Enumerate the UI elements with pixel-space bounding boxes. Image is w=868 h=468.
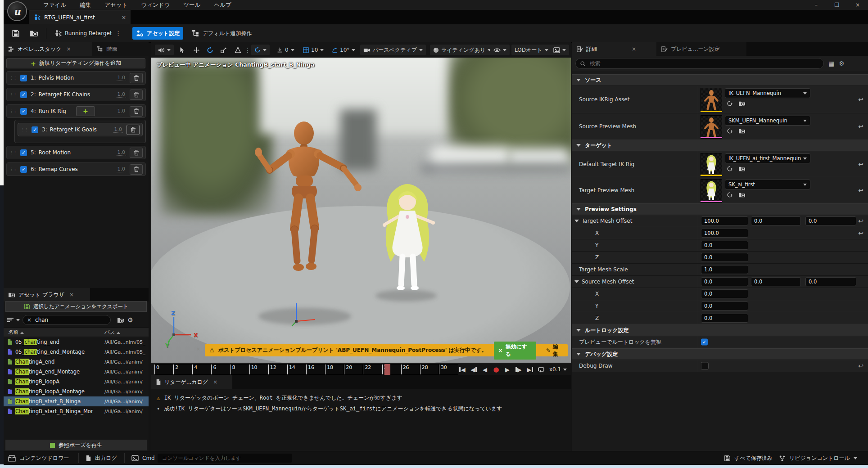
go-to-start-button[interactable]: ◀ [457, 364, 467, 375]
delete-op-button[interactable] [130, 90, 143, 100]
tab-details[interactable]: 詳細 × [572, 42, 656, 56]
reset-icon[interactable]: ↩ [858, 123, 863, 130]
delete-op-button[interactable] [130, 73, 143, 83]
target-ikrig-dropdown[interactable]: IK_UEFN_ai_first_Mannequin [725, 153, 810, 163]
coordinate-space-button[interactable] [231, 45, 244, 55]
running-retarget-button[interactable]: Running Retarget ⋮ [50, 27, 125, 40]
collapse-icon[interactable] [574, 280, 579, 283]
gear-icon[interactable]: ⚙ [127, 316, 133, 324]
details-search-box[interactable] [575, 58, 824, 69]
browse-to-asset-icon[interactable] [738, 166, 746, 172]
asset-browser-tab-close-icon[interactable]: × [69, 292, 74, 298]
show-flags-button[interactable] [490, 45, 510, 55]
op-row-retarget-fk-chains[interactable]: ⋮⋮ ✓ 2: Retarget FK Chains 1.0 [6, 88, 146, 101]
log-tab-close-icon[interactable]: × [213, 379, 217, 385]
op-checkbox[interactable]: ✓ [20, 149, 27, 156]
minimize-button[interactable]: – [806, 0, 827, 10]
lit-mode-button[interactable]: ライティングあり [430, 45, 494, 55]
menu-tools[interactable]: ツール [183, 1, 200, 9]
grid-snap-button[interactable]: 10 [300, 45, 327, 55]
log-info-line[interactable]: • 成功!IK リターゲターはソースSKM_UEFN_Mannequinからター… [157, 405, 502, 413]
surface-snapping-button[interactable] [251, 45, 270, 55]
op-row-pelvis-motion[interactable]: ⋮⋮ ✓ 1: Pelvis Motion 1.0 [6, 71, 146, 85]
browse-to-asset-icon[interactable] [738, 128, 746, 134]
tab-preview-scene-settings[interactable]: プレビュ...ーン設定 [656, 42, 746, 56]
tab-op-stack[interactable]: オペレ...スタック × [4, 42, 92, 56]
add-child-op-button[interactable]: + [76, 106, 95, 116]
op-weight[interactable]: 1.0 [117, 149, 127, 156]
op-checkbox[interactable]: ✓ [20, 108, 27, 115]
reset-icon[interactable]: ↩ [858, 230, 863, 237]
source-mannequin-character[interactable] [250, 95, 367, 320]
drag-handle-icon[interactable]: ⋮⋮ [9, 167, 17, 171]
mesh-thumbnail[interactable] [701, 115, 722, 139]
asset-settings-button[interactable]: アセット設定 [132, 27, 183, 40]
filter-icon[interactable] [7, 318, 14, 322]
op-checkbox[interactable]: ✓ [32, 126, 38, 133]
source-mesh-dropdown[interactable]: SKM_UEFN_Mannequin [725, 116, 810, 126]
tab-retarget-log[interactable]: リターゲ...カログ × [151, 375, 232, 389]
asset-row[interactable]: 05_chanting_end_Montage /All/Ga...nim/05… [4, 347, 149, 357]
details-tab-close-icon[interactable]: × [632, 46, 636, 52]
log-warning-line[interactable]: ⚠ IK リターゲッタのボーン チェーン、Root を正規化できませんでした。チ… [157, 394, 402, 402]
asset-row[interactable]: ChantingA_end /All/Ga...i/anim/ [4, 357, 149, 367]
op-weight[interactable]: 1.0 [117, 166, 127, 172]
default-chain-ops-button[interactable]: デフォルト追加操作 [188, 27, 255, 40]
character-root-gizmo[interactable] [286, 301, 318, 328]
select-tool-button[interactable] [176, 45, 188, 55]
kebab-menu-icon[interactable]: ⋮ [115, 30, 122, 37]
reset-icon[interactable]: ↩ [858, 362, 863, 369]
section-source[interactable]: ソース [572, 74, 868, 86]
op-row-run-ik-rig[interactable]: ⋮⋮ ✓ 4: Run IK Rig + 1.0 [6, 104, 146, 118]
details-search-input[interactable] [589, 60, 807, 67]
y-field[interactable] [701, 241, 748, 250]
x-field[interactable] [701, 229, 748, 238]
op-stack-tab-close-icon[interactable]: × [66, 46, 71, 52]
delete-op-button[interactable] [130, 164, 143, 175]
reset-icon[interactable]: ↩ [858, 161, 863, 168]
disable-postprocess-button[interactable]: × 無効にする [494, 342, 536, 360]
asset-search-box[interactable]: × [23, 315, 111, 325]
menu-edit[interactable]: 編集 [80, 1, 91, 9]
menu-file[interactable]: ファイル [43, 1, 66, 9]
asset-row[interactable]: ChantingB_start_B_Ninga_Mor /All/Ga...i/… [4, 406, 149, 416]
op-row-remap-curves[interactable]: ⋮⋮ ✓ 6: Remap Curves 1.0 [6, 162, 146, 176]
rotate-tool-button[interactable] [203, 45, 217, 55]
export-animations-button[interactable]: 選択したアニメーションをエクスポート [5, 301, 147, 312]
reset-icon[interactable]: ↩ [858, 217, 863, 225]
section-root-lock[interactable]: ルートロック設定 [572, 324, 868, 336]
delete-op-button[interactable] [130, 148, 143, 158]
drag-handle-icon[interactable]: ⋮⋮ [9, 109, 17, 113]
op-weight[interactable]: 1.0 [117, 108, 127, 114]
console-command-input-box[interactable] [158, 454, 292, 463]
maximize-button[interactable]: ❐ [827, 0, 847, 10]
reset-icon[interactable]: ↩ [858, 96, 863, 103]
viewport[interactable]: ⋮ 0 10 10° パースペクティブ [151, 42, 571, 451]
scale-tool-button[interactable] [217, 45, 230, 55]
translate-tool-button[interactable] [190, 45, 203, 55]
timeline-ruler[interactable]: 0 2 4 6 8 10 12 14 16 18 20 22 24 26 28 … [154, 364, 458, 375]
console-input[interactable] [161, 454, 288, 462]
close-button[interactable]: × [847, 0, 868, 10]
x-field[interactable] [701, 289, 748, 298]
debug-draw-checkbox[interactable] [701, 362, 709, 370]
drag-handle-icon[interactable]: ⋮⋮ [9, 150, 17, 155]
offset-y-field[interactable] [751, 277, 801, 286]
play-reference-pose-button[interactable]: 参照ポーズを再生 [5, 440, 147, 450]
rotation-snap-button[interactable]: 10° [329, 45, 358, 55]
perspective-button[interactable]: パースペクティブ [360, 45, 426, 55]
menu-asset[interactable]: アセット [104, 1, 127, 9]
timeline-playhead[interactable] [384, 364, 390, 375]
offset-x-field[interactable] [701, 216, 748, 225]
play-reverse-button[interactable]: ◀ [480, 364, 490, 375]
ikrig-thumbnail[interactable] [701, 153, 722, 176]
delete-op-button[interactable] [130, 106, 143, 117]
browse-to-asset-icon[interactable] [738, 100, 746, 107]
asset-row[interactable]: 05_chanting_end /All/Ga...nim/05_ [4, 337, 149, 347]
asset-row[interactable]: ChantingB_loopA /All/Ga...i/anim/ [4, 377, 149, 387]
step-back-button[interactable]: ◀ [469, 364, 479, 375]
loop-button[interactable] [536, 364, 546, 375]
grid-view-icon[interactable]: ▦ [828, 60, 834, 67]
use-selected-icon[interactable] [727, 128, 733, 134]
tab-asset-browser[interactable]: アセット ブラウザ × [4, 288, 90, 302]
